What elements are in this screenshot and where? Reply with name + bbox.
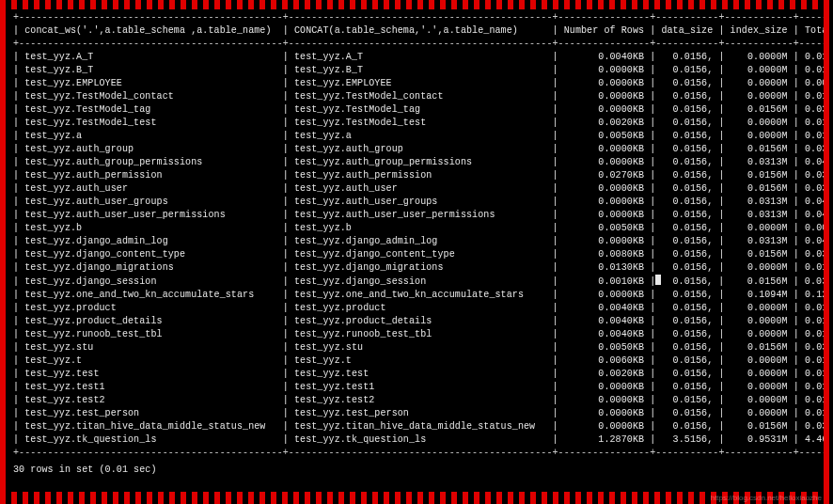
output-line: | test_yyz.test1 | test_yyz.test1 | 0.00… (13, 381, 820, 394)
output-line: | test_yyz.auth_group | test_yyz.auth_gr… (13, 143, 820, 156)
output-line: | test_yyz.test | test_yyz.test | 0.0020… (13, 368, 820, 381)
output-line: | test_yyz.django_migrations | test_yyz.… (13, 261, 820, 275)
output-line: | test_yyz.django_admin_log | test_yyz.d… (13, 235, 820, 248)
output-line: | test_yyz.product_details | test_yyz.pr… (13, 315, 820, 328)
output-line: +---------------------------------------… (13, 11, 820, 24)
output-line: | test_yyz.A_T | test_yyz.A_T | 0.0040KB… (13, 51, 820, 64)
terminal[interactable]: +---------------------------------------… (9, 9, 824, 492)
output-line: | test_yyz.TestModel_test | test_yyz.Tes… (13, 117, 820, 130)
output-line: | test_yyz.test2 | test_yyz.test2 | 0.00… (13, 394, 820, 407)
status-line: 30 rows in set (0.01 sec) (13, 464, 820, 477)
watermark: https://blog.csdn.net/helloxiaozhe (711, 494, 822, 502)
output-line: | test_yyz.product | test_yyz.product | … (13, 302, 820, 315)
output-line: +---------------------------------------… (13, 447, 820, 460)
output-line: | test_yyz.b | test_yyz.b | 0.0050KB | 0… (13, 222, 820, 235)
output-line: | test_yyz.auth_permission | test_yyz.au… (13, 169, 820, 182)
output-line: | test_yyz.titan_hive_data_middle_status… (13, 420, 820, 433)
output-line: | test_yyz.django_content_type | test_yy… (13, 248, 820, 261)
output-line: | test_yyz.django_session | test_yyz.dja… (13, 275, 820, 289)
output-line: | concat_ws('.',a.table_schema ,a.table_… (13, 24, 820, 38)
output-line: | test_yyz.auth_user | test_yyz.auth_use… (13, 182, 820, 196)
output-line: | test_yyz.t | test_yyz.t | 0.0060KB | 0… (13, 354, 820, 368)
output-line: | test_yyz.TestModel_tag | test_yyz.Test… (13, 103, 820, 117)
output-line: +---------------------------------------… (13, 38, 820, 51)
cursor (655, 275, 661, 285)
output-line: | test_yyz.auth_user_user_permissions | … (13, 209, 820, 222)
query-result-table: +---------------------------------------… (13, 11, 820, 460)
output-line: | test_yyz.auth_group_permissions | test… (13, 156, 820, 169)
output-line: | test_yyz.tk_question_ls | test_yyz.tk_… (13, 433, 820, 447)
output-line: | test_yyz.stu | test_yyz.stu | 0.0050KB… (13, 341, 820, 354)
output-line: | test_yyz.B_T | test_yyz.B_T | 0.0000KB… (13, 64, 820, 77)
output-line: | test_yyz.one_and_two_kn_accumulate_sta… (13, 289, 820, 302)
output-line: | test_yyz.auth_user_groups | test_yyz.a… (13, 196, 820, 209)
output-line: | test_yyz.EMPLOYEE | test_yyz.EMPLOYEE … (13, 77, 820, 90)
output-line: | test_yyz.test_person | test_yyz.test_p… (13, 407, 820, 420)
output-line: | test_yyz.runoob_test_tbl | test_yyz.ru… (13, 328, 820, 341)
output-line: | test_yyz.TestModel_contact | test_yyz.… (13, 90, 820, 103)
output-line: | test_yyz.a | test_yyz.a | 0.0050KB | 0… (13, 130, 820, 143)
